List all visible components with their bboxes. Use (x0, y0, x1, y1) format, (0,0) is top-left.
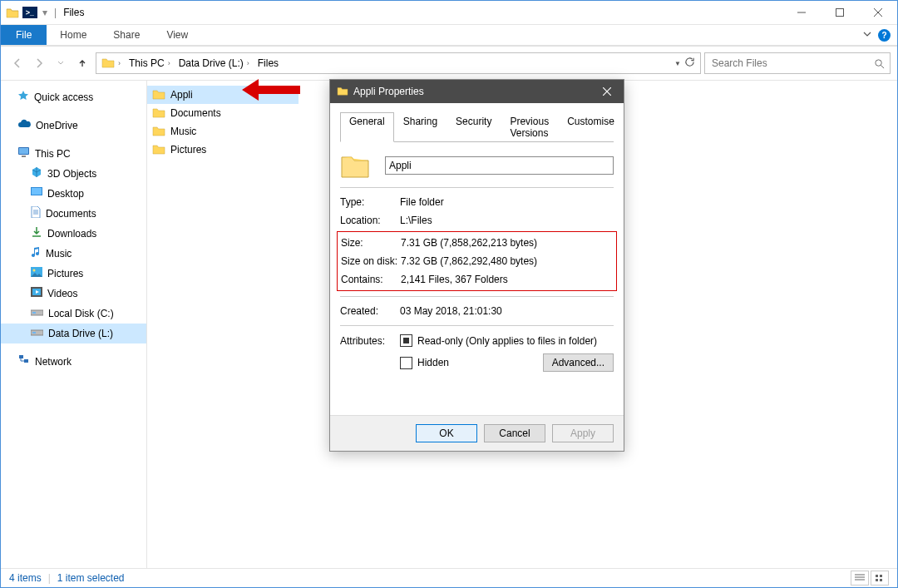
prop-row-contains: Contains: 2,141 Files, 367 Folders (338, 270, 616, 289)
sidebar-item-label: Local Disk (C:) (48, 306, 114, 321)
forward-button[interactable] (29, 53, 49, 73)
sidebar-data-drive-l[interactable]: Data Drive (L:) (1, 324, 146, 343)
video-icon (31, 286, 42, 301)
address-dropdown-icon[interactable]: ▼ (674, 60, 681, 67)
chevron-right-icon[interactable]: › (168, 59, 170, 67)
sidebar-documents[interactable]: Documents (1, 204, 146, 224)
sidebar-music[interactable]: Music (1, 244, 146, 264)
back-button[interactable] (7, 53, 27, 73)
sidebar-videos[interactable]: Videos (1, 284, 146, 304)
sidebar-downloads[interactable]: Downloads (1, 224, 146, 244)
powershell-icon[interactable]: >_ (22, 7, 37, 18)
dialog-titlebar[interactable]: Appli Properties (330, 80, 624, 103)
folder-item-appli[interactable]: Appli (147, 86, 299, 104)
sidebar-desktop[interactable]: Desktop (1, 184, 146, 204)
breadcrumb-item[interactable]: Files (254, 53, 282, 73)
svg-rect-15 (19, 355, 23, 358)
tab-general[interactable]: General (340, 112, 394, 142)
sidebar-item-label: OneDrive (36, 118, 78, 133)
sidebar-3d-objects[interactable]: 3D Objects (1, 164, 146, 184)
folder-icon (101, 57, 115, 71)
tab-share[interactable]: Share (100, 25, 153, 45)
ok-button[interactable]: OK (416, 424, 477, 442)
breadcrumb-item[interactable]: Data Drive (L:)› (175, 53, 253, 73)
svg-rect-17 (876, 575, 878, 577)
sidebar-item-label: Data Drive (L:) (48, 326, 113, 341)
refresh-button[interactable] (684, 57, 695, 70)
tab-home[interactable]: Home (47, 25, 100, 45)
readonly-checkbox[interactable] (400, 334, 412, 347)
folder-item-pictures[interactable]: Pictures (147, 141, 299, 159)
up-button[interactable] (72, 53, 92, 73)
file-tab[interactable]: File (1, 25, 47, 45)
folder-item-documents[interactable]: Documents (147, 104, 299, 122)
sidebar-item-label: Videos (47, 286, 77, 301)
details-view-button[interactable] (851, 571, 869, 586)
close-button[interactable] (859, 1, 897, 24)
prop-label: Type: (340, 196, 400, 208)
advanced-button[interactable]: Advanced... (543, 353, 614, 372)
ribbon-expand-icon[interactable] (863, 29, 871, 41)
svg-rect-3 (19, 148, 28, 154)
hidden-checkbox[interactable] (400, 357, 412, 369)
nav-row: › This PC› Data Drive (L:)› Files ▼ (1, 47, 897, 80)
status-selected: 1 item selected (57, 572, 125, 584)
dialog-close-button[interactable] (590, 80, 624, 103)
maximize-button[interactable] (821, 1, 859, 24)
address-bar[interactable]: › This PC› Data Drive (L:)› Files ▼ (96, 52, 701, 74)
breadcrumb-item[interactable]: This PC› (126, 53, 174, 73)
tab-security[interactable]: Security (447, 112, 501, 142)
sidebar-item-label: Quick access (34, 90, 93, 105)
size-highlight-box: Size: 7.31 GB (7,858,262,213 bytes) Size… (337, 231, 617, 291)
dialog-body: General Sharing Security Previous Versio… (330, 103, 624, 415)
prop-row-attributes: Attributes: Read-only (Only applies to f… (340, 331, 614, 350)
file-label: Appli (170, 89, 193, 101)
cancel-button[interactable]: Cancel (484, 424, 545, 442)
sidebar-item-label: Pictures (47, 266, 83, 281)
cube-icon (31, 166, 42, 182)
sidebar-network[interactable]: Network (1, 352, 146, 372)
help-icon[interactable]: ? (878, 29, 891, 42)
folder-icon (337, 86, 348, 98)
document-icon (31, 206, 41, 222)
folder-item-music[interactable]: Music (147, 122, 299, 141)
minimize-button[interactable] (782, 1, 821, 24)
file-label: Documents (170, 107, 221, 119)
sidebar-local-disk-c[interactable]: Local Disk (C:) (1, 304, 146, 324)
tab-customise[interactable]: Customise (558, 112, 624, 142)
properties-header (340, 152, 614, 179)
svg-point-8 (33, 269, 36, 272)
svg-rect-14 (32, 332, 36, 334)
chevron-right-icon[interactable]: › (118, 59, 121, 67)
network-icon (17, 354, 30, 369)
sidebar-onedrive[interactable]: OneDrive (1, 116, 146, 136)
icons-view-button[interactable] (871, 571, 889, 586)
prop-label: Contains: (341, 274, 401, 285)
search-box[interactable] (704, 52, 891, 74)
prop-value: 03 May 2018, 21:01:30 (400, 305, 614, 317)
sidebar-pictures[interactable]: Pictures (1, 264, 146, 284)
desktop-icon (31, 186, 42, 201)
folder-name-input[interactable] (385, 156, 614, 175)
recent-dropdown[interactable] (51, 53, 71, 73)
status-bar: 4 items | 1 item selected (1, 568, 897, 587)
prop-value: File folder (400, 196, 614, 208)
drive-icon (31, 326, 43, 341)
sidebar-quick-access[interactable]: Quick access (1, 87, 146, 107)
ribbon-right: ? (863, 25, 897, 45)
music-icon (31, 246, 41, 262)
chevron-right-icon[interactable]: › (247, 59, 249, 67)
sidebar-item-label: Desktop (47, 186, 84, 201)
tab-view[interactable]: View (153, 25, 201, 45)
search-input[interactable] (710, 57, 874, 70)
apply-button[interactable]: Apply (552, 424, 614, 442)
tab-sharing[interactable]: Sharing (394, 112, 447, 142)
svg-rect-4 (22, 156, 26, 157)
sidebar-this-pc[interactable]: This PC (1, 144, 146, 164)
tab-previous-versions[interactable]: Previous Versions (501, 112, 558, 142)
svg-rect-12 (32, 312, 36, 314)
breadcrumb-root[interactable]: › (98, 53, 124, 73)
hidden-label: Hidden (417, 357, 449, 368)
cloud-icon (17, 118, 31, 133)
divider (340, 325, 614, 326)
